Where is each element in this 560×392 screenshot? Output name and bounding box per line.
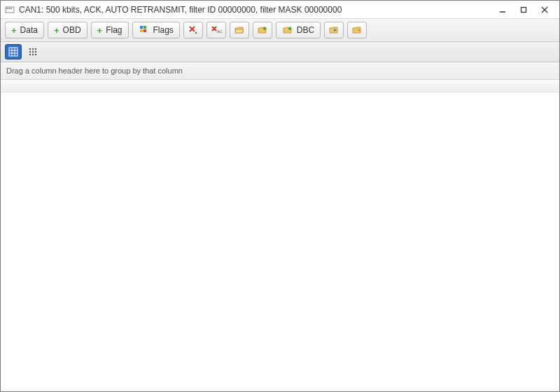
main-toolbar: + Data + OBD + Flag Flags ALL [1, 19, 559, 42]
svg-rect-22 [9, 48, 18, 56]
new-folder-button[interactable] [253, 22, 272, 38]
view-toolbar [1, 42, 559, 62]
svg-rect-2 [8, 8, 10, 9]
svg-point-31 [32, 51, 34, 52]
titlebar: CAN1: 500 kbits, ACK, AUTO RETRANSMIT, f… [1, 1, 559, 19]
add-data-label: Data [20, 25, 38, 35]
flags-label: Flags [153, 25, 174, 35]
svg-point-34 [32, 54, 34, 55]
svg-rect-11 [144, 29, 146, 32]
add-obd-button[interactable]: + OBD [48, 22, 88, 38]
svg-point-35 [35, 54, 36, 55]
svg-point-33 [29, 54, 31, 55]
group-by-hint[interactable]: Drag a column header here to group by th… [1, 62, 559, 80]
plus-icon: + [11, 26, 17, 35]
svg-point-14 [195, 32, 197, 34]
folder-plus-icon [257, 24, 268, 36]
svg-point-30 [29, 51, 31, 52]
svg-point-29 [35, 48, 36, 50]
close-button[interactable] [534, 3, 555, 17]
grid-column-headers[interactable] [1, 80, 559, 92]
add-flag-button[interactable]: + Flag [91, 22, 129, 38]
add-flag-label: Flag [106, 25, 122, 35]
svg-point-32 [35, 51, 36, 52]
calendar-grid-icon [8, 47, 18, 57]
add-data-button[interactable]: + Data [5, 22, 44, 38]
view-calendar-button[interactable] [5, 44, 22, 59]
window-controls [492, 3, 555, 17]
svg-text:ALL: ALL [217, 29, 222, 34]
delete-x-icon [188, 24, 199, 36]
svg-rect-1 [6, 8, 8, 9]
add-obd-label: OBD [63, 25, 81, 35]
flags-button[interactable]: Flags [132, 22, 180, 38]
svg-rect-8 [140, 26, 143, 29]
window-title: CAN1: 500 kbits, ACK, AUTO RETRANSMIT, f… [19, 5, 492, 15]
grid-body [1, 92, 559, 391]
svg-rect-10 [140, 29, 143, 32]
svg-rect-9 [144, 26, 146, 29]
app-icon [5, 5, 15, 15]
app-window: CAN1: 500 kbits, ACK, AUTO RETRANSMIT, f… [0, 0, 560, 392]
dbc-label: DBC [297, 25, 314, 35]
svg-point-27 [29, 48, 31, 50]
svg-rect-5 [522, 7, 526, 12]
import-button[interactable] [324, 22, 344, 38]
minimize-button[interactable] [492, 3, 513, 17]
plus-icon: + [97, 26, 103, 35]
export-button[interactable] [347, 22, 367, 38]
delete-all-icon: ALL [211, 24, 222, 36]
flags-icon [139, 24, 150, 36]
folder-open-icon [234, 24, 245, 36]
svg-rect-3 [10, 8, 12, 9]
open-folder-button[interactable] [230, 22, 249, 38]
view-grid-button[interactable] [24, 44, 41, 59]
folder-arrow-in-icon [328, 24, 340, 36]
maximize-button[interactable] [513, 3, 534, 17]
delete-button[interactable] [183, 22, 203, 38]
folder-dbc-icon [282, 24, 293, 36]
delete-all-button[interactable]: ALL [206, 22, 226, 38]
dots-grid-icon [28, 47, 38, 57]
svg-point-28 [32, 48, 34, 50]
dbc-folder-button[interactable]: DBC [276, 22, 321, 38]
folder-arrow-out-icon [351, 24, 363, 36]
plus-icon: + [54, 26, 59, 35]
